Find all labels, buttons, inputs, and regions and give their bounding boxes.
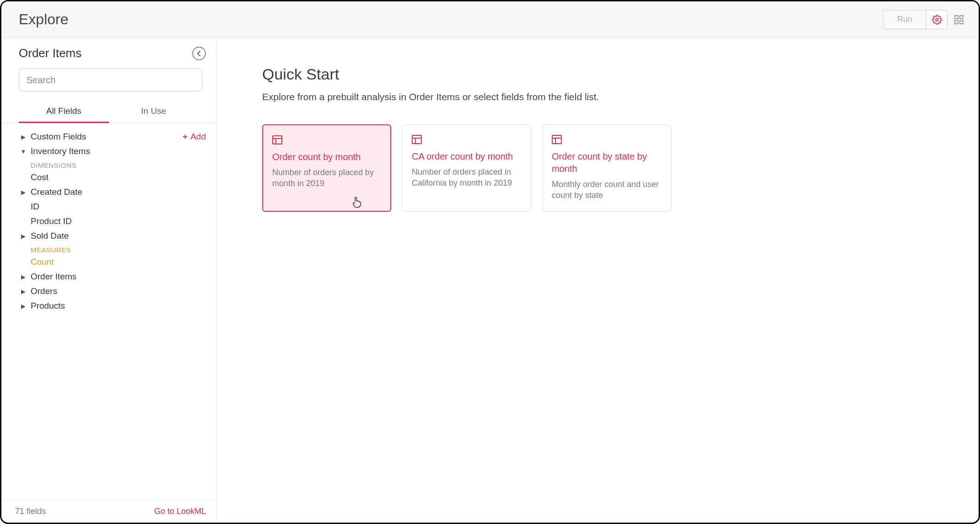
card-order-count-by-state-by-month[interactable]: Order count by state by month Monthly or… <box>542 124 671 212</box>
go-to-lookml-link[interactable]: Go to LookML <box>154 507 206 516</box>
card-title: CA order count by month <box>412 150 522 163</box>
caret-right-icon: ▶ <box>19 134 28 140</box>
caret-right-icon: ▶ <box>19 288 28 295</box>
field-created-date[interactable]: ▶ Created Date <box>19 185 206 199</box>
svg-point-0 <box>936 18 938 21</box>
group-products[interactable]: ▶ Products <box>19 299 206 313</box>
chevron-left-icon <box>196 51 202 56</box>
card-title: Order count by month <box>272 151 381 163</box>
svg-rect-2 <box>960 16 963 19</box>
tab-in-use[interactable]: In Use <box>109 102 199 123</box>
svg-rect-11 <box>552 135 561 144</box>
dimensions-heading: DIMENSIONS <box>19 159 206 170</box>
field-sold-date[interactable]: ▶ Sold Date <box>19 229 206 243</box>
table-icon <box>552 135 662 144</box>
sidebar: Order Items All Fields In Use ▶ Custom F… <box>1 38 216 523</box>
run-button[interactable]: Run <box>883 10 926 29</box>
svg-rect-8 <box>412 135 421 144</box>
svg-rect-3 <box>955 21 958 24</box>
group-custom-fields[interactable]: ▶ Custom Fields +Add <box>19 129 206 144</box>
sidebar-footer: 71 fields Go to LookML <box>1 501 216 523</box>
card-desc: Number of orders placed in California by… <box>412 166 522 189</box>
svg-rect-1 <box>955 16 958 19</box>
card-title: Order count by state by month <box>552 150 662 175</box>
topbar-actions: Run <box>883 10 968 29</box>
page-title: Explore <box>19 11 69 28</box>
field-list: ▶ Custom Fields +Add ▼ Inventory Items D… <box>1 123 216 501</box>
caret-right-icon: ▶ <box>19 233 28 240</box>
measures-heading: MEASURES <box>19 243 206 255</box>
settings-button[interactable] <box>926 10 948 29</box>
quick-start-title: Quick Start <box>262 65 951 83</box>
card-desc: Number of orders placed by month in 2019 <box>272 167 381 189</box>
svg-rect-4 <box>960 21 963 24</box>
caret-right-icon: ▶ <box>19 189 28 196</box>
table-icon <box>272 135 381 144</box>
collapse-sidebar-button[interactable] <box>192 47 206 60</box>
sidebar-title: Order Items <box>19 46 81 60</box>
table-icon <box>412 135 522 144</box>
card-desc: Monthly order count and user count by st… <box>552 179 662 201</box>
caret-right-icon: ▶ <box>19 303 28 310</box>
app-window: Explore Run <box>0 0 980 524</box>
search-input[interactable] <box>19 69 202 91</box>
group-label: Inventory Items <box>31 146 90 156</box>
main-content: Quick Start Explore from a prebuilt anal… <box>216 38 979 523</box>
gear-icon <box>932 15 942 25</box>
group-inventory-items[interactable]: ▼ Inventory Items <box>19 144 206 159</box>
grid-icon <box>954 15 964 24</box>
quick-start-subtitle: Explore from a prebuilt analysis in Orde… <box>262 91 951 102</box>
field-tabs: All Fields In Use <box>1 96 216 123</box>
field-count-label: 71 fields <box>15 507 46 516</box>
field-product-id[interactable]: Product ID <box>19 214 206 229</box>
group-order-items[interactable]: ▶ Order Items <box>19 269 206 284</box>
tab-all-fields[interactable]: All Fields <box>19 102 109 123</box>
card-ca-order-count-by-month[interactable]: CA order count by month Number of orders… <box>402 124 531 212</box>
quick-start-cards: Order count by month Number of orders pl… <box>262 124 951 212</box>
caret-down-icon: ▼ <box>19 148 28 155</box>
group-orders[interactable]: ▶ Orders <box>19 284 206 299</box>
dashboard-grid-button[interactable] <box>950 10 968 29</box>
field-cost[interactable]: Cost <box>19 170 206 185</box>
body: Order Items All Fields In Use ▶ Custom F… <box>1 38 979 523</box>
sidebar-header: Order Items <box>1 38 216 65</box>
group-label: Custom Fields <box>31 132 86 142</box>
topbar: Explore Run <box>1 1 979 38</box>
add-custom-field-button[interactable]: +Add <box>183 132 206 142</box>
field-count[interactable]: Count <box>19 255 206 269</box>
search-wrap <box>1 65 216 96</box>
field-id[interactable]: ID <box>19 199 206 214</box>
svg-rect-5 <box>273 136 282 144</box>
card-order-count-by-month[interactable]: Order count by month Number of orders pl… <box>262 124 391 212</box>
caret-right-icon: ▶ <box>19 273 28 280</box>
cursor-pointer-icon <box>352 196 362 208</box>
plus-icon: + <box>183 132 188 141</box>
